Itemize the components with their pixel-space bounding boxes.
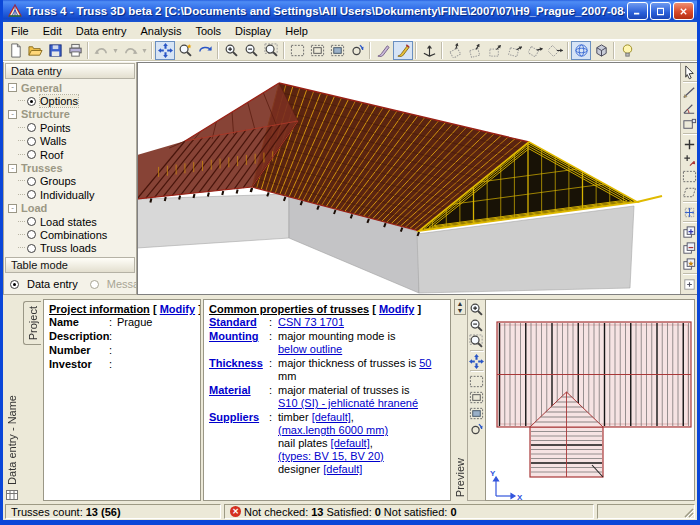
zoom-in-button[interactable]: [221, 41, 241, 60]
add-point-button[interactable]: [681, 136, 698, 152]
splitter-button[interactable]: ▲▼: [454, 299, 466, 315]
new-file-button[interactable]: [5, 41, 25, 60]
tab-project[interactable]: Project: [23, 301, 41, 345]
edit-line-button[interactable]: [681, 84, 698, 100]
resize-grip[interactable]: [682, 506, 694, 518]
menu-file[interactable]: File: [4, 24, 36, 38]
light-button[interactable]: [617, 41, 637, 60]
render-wire-button[interactable]: [373, 41, 393, 60]
property-value-link[interactable]: 50: [419, 357, 431, 369]
tree-item-points[interactable]: Points: [4, 121, 136, 134]
project-modify-link[interactable]: Modify: [160, 303, 195, 315]
zoom-out-button[interactable]: [241, 41, 261, 60]
tree-group-structure[interactable]: -Structure: [4, 108, 136, 121]
select-fill-button[interactable]: [468, 405, 485, 421]
rotate-view-button[interactable]: [195, 41, 215, 60]
select-arrow-button[interactable]: [681, 64, 698, 80]
radio-icon[interactable]: [27, 150, 36, 159]
print-button[interactable]: [65, 41, 85, 60]
scene-3d-canvas[interactable]: [138, 63, 680, 294]
save-file-button[interactable]: [45, 41, 65, 60]
select-region-button[interactable]: [681, 168, 698, 184]
menu-display[interactable]: Display: [228, 24, 278, 38]
property-value-link[interactable]: CSN 73 1701: [278, 316, 344, 328]
edit-angle-button[interactable]: [681, 100, 698, 116]
rotate-selection-button[interactable]: [347, 41, 367, 60]
expand-icon[interactable]: -: [8, 83, 17, 92]
close-button[interactable]: [673, 2, 694, 20]
tree-item-combinations[interactable]: Combinations: [4, 228, 136, 241]
minimize-button[interactable]: [627, 2, 648, 20]
menu-tools[interactable]: Tools: [188, 24, 228, 38]
undo-button[interactable]: [91, 41, 111, 60]
view-iso-button[interactable]: [545, 41, 565, 60]
menu-analysis[interactable]: Analysis: [133, 24, 188, 38]
axes-button[interactable]: [419, 41, 439, 60]
property-label-link[interactable]: Thickness: [209, 357, 269, 383]
view-front-button[interactable]: [465, 41, 485, 60]
select-window-button[interactable]: [287, 41, 307, 60]
tab-preview[interactable]: Preview: [454, 458, 466, 497]
menu-edit[interactable]: Edit: [36, 24, 69, 38]
property-value-link[interactable]: [default]: [331, 437, 370, 449]
select-inside-button[interactable]: [307, 41, 327, 60]
property-value-link[interactable]: below outline: [278, 343, 342, 355]
property-value-link[interactable]: S10 (SI) - jehlicnaté hranené: [278, 397, 418, 409]
tree-item-truss-loads[interactable]: Truss loads: [4, 242, 136, 255]
property-value-link[interactable]: [default]: [323, 463, 362, 475]
tree-item-options[interactable]: Options: [4, 94, 136, 107]
radio-icon[interactable]: [27, 230, 36, 239]
select-inside-button[interactable]: [468, 389, 485, 405]
property-label-link[interactable]: Material: [209, 384, 269, 410]
tree-group-general[interactable]: -General: [4, 81, 136, 94]
tree-group-load[interactable]: -Load: [4, 202, 136, 215]
dock-tab-label[interactable]: Data entry - Name: [6, 395, 18, 485]
redo-button[interactable]: [120, 41, 140, 60]
tree-item-load-states[interactable]: Load states: [4, 215, 136, 228]
expand-icon[interactable]: -: [8, 164, 17, 173]
radio-icon[interactable]: [27, 177, 36, 186]
tree-group-trusses[interactable]: -Trusses: [4, 161, 136, 174]
radio-icon[interactable]: [27, 97, 36, 106]
table-mode-radio-data-entry[interactable]: [10, 280, 19, 289]
edit-object-button[interactable]: [681, 116, 698, 132]
view-back-button[interactable]: [485, 41, 505, 60]
pan-button[interactable]: [468, 353, 485, 369]
solid-box-button[interactable]: [591, 41, 611, 60]
zoom-in-button[interactable]: [468, 301, 485, 317]
preview-canvas[interactable]: YX: [485, 299, 695, 501]
move-object-button[interactable]: [681, 204, 698, 220]
common-modify-link[interactable]: Modify: [379, 303, 414, 315]
property-value-link[interactable]: (types: BV 15, BV 20): [278, 450, 384, 462]
tree-item-roof[interactable]: Roof: [4, 148, 136, 161]
zoom-out-button[interactable]: [468, 317, 485, 333]
pan-button[interactable]: [155, 41, 175, 60]
add-item-button[interactable]: [681, 276, 698, 292]
tree-item-individually[interactable]: Individually: [4, 188, 136, 201]
copy-special-button[interactable]: [681, 256, 698, 272]
copy-add-button[interactable]: [681, 224, 698, 240]
rotate-selection-button[interactable]: [468, 421, 485, 437]
property-label-link[interactable]: Suppliers: [209, 411, 269, 476]
move-point-button[interactable]: [681, 152, 698, 168]
render-shaded-button[interactable]: [393, 41, 413, 60]
select-skew-region-button[interactable]: [681, 184, 698, 200]
undo-dropdown[interactable]: ▼: [111, 47, 120, 54]
copy-remove-button[interactable]: [681, 240, 698, 256]
select-fill-button[interactable]: [327, 41, 347, 60]
redo-dropdown[interactable]: ▼: [140, 47, 149, 54]
expand-icon[interactable]: -: [8, 110, 17, 119]
radio-icon[interactable]: [27, 190, 36, 199]
tree-item-walls[interactable]: Walls: [4, 135, 136, 148]
property-value-link[interactable]: [default]: [312, 411, 351, 423]
zoom-window-button[interactable]: [468, 333, 485, 349]
radio-icon[interactable]: [27, 244, 36, 253]
radio-icon[interactable]: [27, 217, 36, 226]
zoom-dynamic-button[interactable]: [175, 41, 195, 60]
tree-item-groups[interactable]: Groups: [4, 175, 136, 188]
tree-group-results[interactable]: -Results: [4, 255, 136, 256]
open-file-button[interactable]: [25, 41, 45, 60]
menu-data-entry[interactable]: Data entry: [69, 24, 134, 38]
view-right-button[interactable]: [525, 41, 545, 60]
wireframe-sphere-button[interactable]: [571, 41, 591, 60]
